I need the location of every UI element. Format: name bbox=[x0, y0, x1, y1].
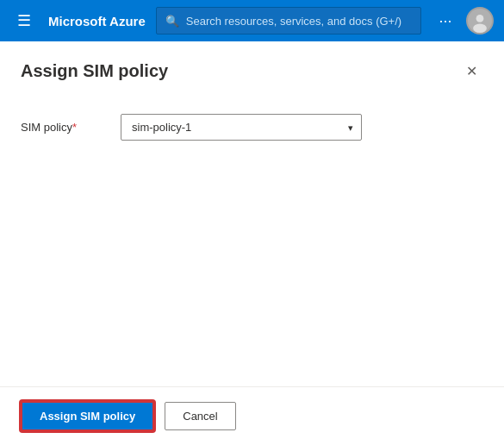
azure-brand-logo: Microsoft Azure bbox=[48, 14, 146, 28]
panel-title: Assign SIM policy bbox=[21, 61, 168, 81]
panel-content: SIM policy* sim-policy-1 sim-policy-2 si… bbox=[0, 97, 504, 386]
panel-header: Assign SIM policy ✕ bbox=[0, 41, 504, 97]
required-indicator: * bbox=[72, 121, 77, 134]
sim-policy-select-wrapper: sim-policy-1 sim-policy-2 sim-policy-3 ▾ bbox=[121, 114, 362, 141]
sim-policy-field-row: SIM policy* sim-policy-1 sim-policy-2 si… bbox=[21, 114, 483, 141]
close-button[interactable]: ✕ bbox=[459, 59, 483, 83]
cancel-button[interactable]: Cancel bbox=[165, 402, 235, 430]
sim-policy-select[interactable]: sim-policy-1 sim-policy-2 sim-policy-3 bbox=[121, 114, 362, 141]
panel-footer: Assign SIM policy Cancel bbox=[0, 386, 504, 445]
user-avatar[interactable] bbox=[466, 7, 494, 34]
search-input[interactable] bbox=[186, 15, 412, 28]
assign-sim-policy-button[interactable]: Assign SIM policy bbox=[21, 401, 154, 431]
ellipsis-icon: ··· bbox=[439, 12, 451, 30]
search-icon: 🔍 bbox=[165, 15, 179, 28]
svg-point-2 bbox=[473, 24, 487, 34]
hamburger-menu-button[interactable]: ☰ bbox=[10, 7, 38, 34]
sim-policy-label: SIM policy* bbox=[21, 121, 107, 134]
assign-sim-policy-panel: Assign SIM policy ✕ SIM policy* sim-poli… bbox=[0, 41, 504, 445]
navbar-actions: ··· bbox=[432, 7, 494, 34]
svg-point-1 bbox=[476, 15, 484, 22]
navbar: ☰ Microsoft Azure 🔍 ··· bbox=[0, 0, 504, 41]
more-options-button[interactable]: ··· bbox=[432, 7, 459, 34]
hamburger-icon: ☰ bbox=[17, 11, 31, 30]
global-search-bar[interactable]: 🔍 bbox=[156, 7, 421, 34]
